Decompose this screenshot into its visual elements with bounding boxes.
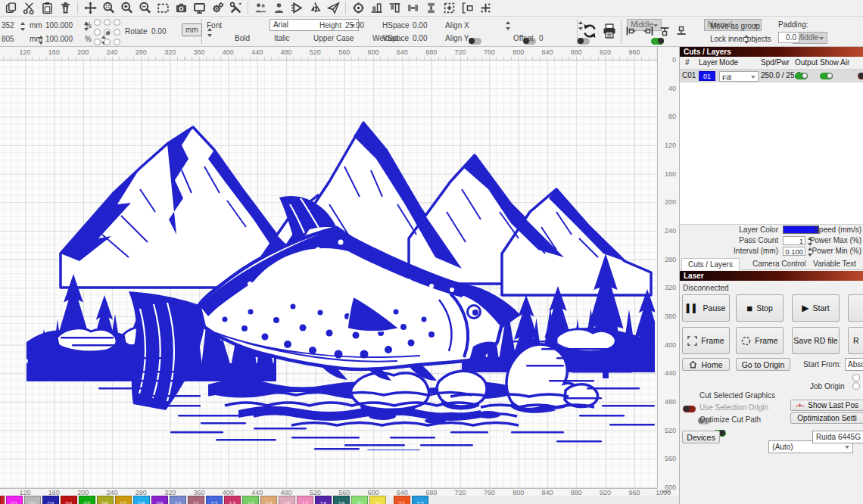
layer-mode-combo[interactable]: Fill	[719, 71, 759, 82]
zoom-button[interactable]	[99, 1, 117, 16]
stop-button[interactable]: ■Stop	[736, 294, 784, 322]
start-from-combo[interactable]: Absolu	[845, 358, 863, 371]
canvas-artwork[interactable]	[26, 114, 655, 450]
job-origin-radio-1[interactable]	[852, 374, 860, 381]
show-last-pos-button[interactable]: -+-Show Last Pos	[790, 400, 863, 411]
interval-field[interactable]: 0.100	[783, 247, 805, 256]
zoom-in-button[interactable]	[117, 1, 136, 16]
palette-swatch-04[interactable]: 04	[61, 496, 77, 504]
palette-swatch-01[interactable]: 01	[6, 496, 23, 504]
push-up-icon[interactable]	[675, 25, 687, 39]
optimization-settings-button[interactable]: Optimization Setti	[790, 412, 863, 424]
copy-button[interactable]	[2, 1, 20, 16]
palette-swatch-15[interactable]: 15	[260, 496, 277, 504]
layer-output-toggle[interactable]	[795, 73, 808, 79]
camera-button[interactable]	[172, 1, 190, 16]
job-origin-radio-2[interactable]	[852, 382, 860, 390]
layer-color-chip[interactable]: 01	[699, 71, 715, 81]
home-button[interactable]: Home	[682, 358, 730, 371]
tab-variable-text[interactable]: Variable Text	[807, 258, 862, 270]
layer-row[interactable]: C01 01 Fill 250.0 / 25.0	[680, 70, 863, 82]
anchor-grid[interactable]	[94, 19, 121, 46]
rotate-field[interactable]: 0.00	[151, 27, 166, 36]
width-scale-field[interactable]: 100.000	[45, 21, 73, 30]
frame-circle-button[interactable]: Frame	[736, 327, 784, 354]
select-rect-button[interactable]	[154, 1, 172, 16]
palette-swatch-08[interactable]: 08	[133, 496, 150, 504]
palette-swatch-21[interactable]: 21	[369, 496, 386, 504]
layer-air-toggle[interactable]	[858, 73, 863, 79]
padding-field[interactable]: 0.0	[778, 32, 799, 43]
print-laser-icon[interactable]	[601, 23, 618, 41]
save-rd-button[interactable]: Save RD file	[792, 327, 840, 354]
refresh-icon[interactable]	[581, 23, 598, 41]
palette-swatch-20[interactable]: 20	[351, 496, 368, 504]
pass-count-field[interactable]: 1	[783, 236, 805, 245]
push-right-icon[interactable]	[642, 25, 654, 39]
send-button[interactable]	[324, 1, 342, 16]
focus-button[interactable]	[349, 1, 367, 16]
palette-swatch-13[interactable]: 13	[224, 496, 241, 504]
anchor-1-0[interactable]	[94, 29, 101, 36]
bold-toggle[interactable]	[469, 38, 481, 45]
device-combo[interactable]: Ruida 6445G	[812, 431, 863, 443]
team-button[interactable]	[251, 1, 269, 16]
palette-swatch-T2[interactable]: T2	[412, 496, 428, 504]
anchor-2-2[interactable]	[114, 39, 120, 45]
tab-cuts-layers[interactable]: Cuts / Layers	[681, 258, 740, 270]
palette-swatch-18[interactable]: 18	[315, 496, 332, 504]
palette-swatch-17[interactable]: 17	[297, 496, 313, 504]
push-left-icon[interactable]	[625, 25, 637, 39]
palette-swatch-16[interactable]: 16	[279, 496, 295, 504]
tab-camera-control[interactable]: Camera Control	[746, 258, 812, 270]
palette-swatch-02[interactable]: 02	[24, 496, 41, 504]
cut-button[interactable]	[20, 1, 38, 16]
start-button[interactable]: ▶Start	[792, 294, 840, 322]
rotate-spinner[interactable]	[207, 28, 213, 37]
last-position-button[interactable]	[476, 1, 494, 16]
palette-swatch-T1[interactable]: T1	[394, 496, 410, 504]
canvas[interactable]	[0, 61, 657, 488]
preview-button[interactable]	[190, 1, 208, 16]
offset-field[interactable]: 0	[539, 34, 544, 42]
anchor-1-1[interactable]	[104, 29, 111, 36]
anchor-0-1[interactable]	[104, 19, 111, 26]
units-button[interactable]: mm	[182, 23, 202, 36]
palette-swatch-03[interactable]: 03	[42, 496, 59, 504]
anchor-0-0[interactable]	[94, 19, 101, 26]
user-button[interactable]	[269, 1, 288, 16]
height-field[interactable]: 25.00	[345, 21, 364, 30]
partial-button-1[interactable]	[848, 294, 863, 322]
frame-button[interactable]: Frame	[682, 327, 730, 354]
anchor-2-1[interactable]	[104, 39, 111, 45]
pan-button[interactable]	[81, 1, 99, 16]
simulate-button[interactable]	[288, 1, 306, 16]
palette-swatch-11[interactable]: 11	[188, 496, 204, 504]
welded-toggle[interactable]	[651, 38, 664, 45]
palette-swatch-09[interactable]: 09	[151, 496, 168, 504]
palette-swatch-19[interactable]: 19	[333, 496, 350, 504]
devices-button[interactable]: Devices	[682, 431, 720, 443]
x-position-field[interactable]: 352	[2, 21, 14, 30]
settings-button[interactable]	[208, 1, 226, 16]
align-bottom-button[interactable]	[367, 1, 385, 16]
height-scale-field[interactable]: 100.000	[45, 35, 73, 43]
delete-button[interactable]	[56, 1, 74, 16]
hspace-field[interactable]: 0.00	[413, 21, 427, 30]
palette-swatch-06[interactable]: 06	[97, 496, 114, 504]
distribute-h-button[interactable]	[403, 1, 422, 16]
anchor-1-2[interactable]	[114, 29, 120, 36]
mirror-button[interactable]	[306, 1, 324, 16]
pause-button[interactable]: ▌▌Pause	[682, 294, 730, 322]
resize-button[interactable]	[440, 1, 458, 16]
palette-swatch-12[interactable]: 12	[206, 496, 223, 504]
go-to-origin-button[interactable]: Go to Origin	[736, 358, 790, 371]
palette-swatch-partial[interactable]	[0, 496, 5, 504]
palette-swatch-07[interactable]: 07	[115, 496, 132, 504]
zoom-out-button[interactable]	[136, 1, 154, 16]
partial-button-2[interactable]: R	[848, 327, 863, 354]
cut-selected-toggle[interactable]	[683, 406, 696, 412]
device-tools-button[interactable]	[226, 1, 245, 16]
vspace-field[interactable]: 0.00	[413, 34, 427, 42]
layer-show-toggle[interactable]	[820, 73, 833, 79]
